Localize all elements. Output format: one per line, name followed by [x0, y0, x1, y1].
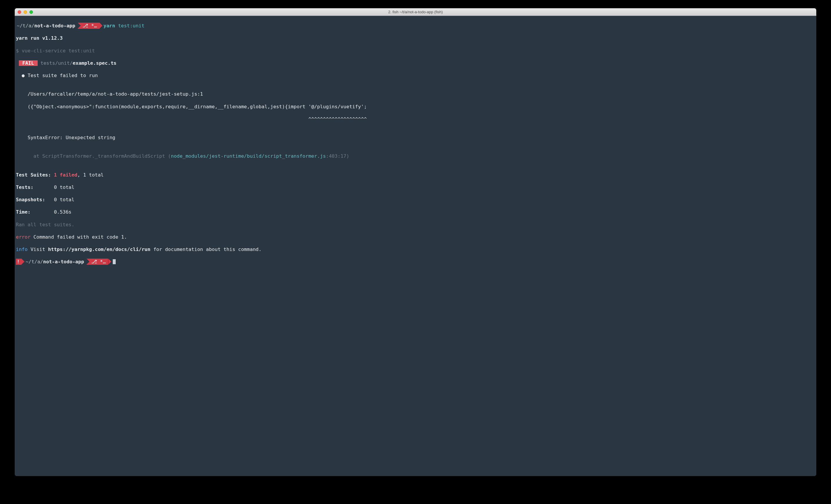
- prompt-path-segment: ~/t/a/not-a-todo-app: [22, 259, 87, 265]
- git-branch-icon: ⎇ *…: [91, 259, 106, 265]
- suites-fail: 1 failed: [54, 172, 77, 178]
- suites-rest: , 1 total: [78, 172, 104, 178]
- command-bin: yarn: [104, 23, 115, 29]
- prompt-line-1: ~/t/a/not-a-todo-app⎇ *… yarn test:unit: [16, 23, 815, 29]
- prompt-path-tail: not-a-todo-app: [43, 259, 84, 265]
- prompt-path-segment: ~/t/a/not-a-todo-app: [16, 23, 78, 29]
- info-label: info: [16, 246, 28, 252]
- window-title: 2. fish ~/t/a/not-a-todo-app (fish): [15, 10, 816, 14]
- error-msg: Command failed with exit code 1.: [31, 234, 127, 240]
- traffic-lights: [18, 10, 33, 14]
- fail-line: FAIL tests/unit/example.spec.ts: [16, 60, 815, 66]
- bang-icon: !: [17, 259, 20, 265]
- suites-label: Test Suites:: [16, 172, 54, 178]
- cursor: [113, 259, 116, 264]
- prompt-git-segment: ⎇ *…: [87, 259, 108, 265]
- fail-file: example.spec.ts: [73, 60, 117, 66]
- error-code-line: ({"Object.<anonymous>":function(module,e…: [16, 103, 815, 110]
- prompt-path-head: ~/t/a/: [17, 23, 34, 29]
- tests-val: 0 total: [54, 184, 75, 190]
- time-label: Time:: [16, 209, 54, 215]
- snap-val: 0 total: [54, 197, 75, 202]
- close-icon[interactable]: [18, 10, 21, 14]
- syntax-error-line: SyntaxError: Unexpected string: [16, 135, 815, 141]
- suite-failed-line: ● Test suite failed to run: [16, 72, 815, 79]
- at-loc: :403:17): [326, 153, 349, 159]
- info-line: info Visit https://yarnpkg.com/en/docs/c…: [16, 246, 815, 253]
- terminal-window: 2. fish ~/t/a/not-a-todo-app (fish) ~/t/…: [15, 8, 816, 476]
- at-file: node_modules/jest-runtime/build/script_t…: [171, 153, 326, 159]
- prompt: !~/t/a/not-a-todo-app⎇ *…: [16, 259, 118, 265]
- prompt: ~/t/a/not-a-todo-app⎇ *… yarn test:unit: [16, 23, 147, 29]
- at-prefix: at ScriptTransformer._transformAndBuildS…: [16, 153, 171, 159]
- error-caret-line: ^^^^^^^^^^^^^^^^^^^^: [16, 116, 815, 122]
- error-label: error: [16, 234, 31, 240]
- info-post: for documentation about this command.: [150, 246, 262, 252]
- dollar-cmd-line: $ vue-cli-service test:unit: [16, 48, 815, 54]
- snap-label: Snapshots:: [16, 197, 54, 202]
- prompt-git-segment: ⎇ *…: [78, 23, 99, 29]
- prompt-line-2: !~/t/a/not-a-todo-app⎇ *…: [16, 259, 815, 265]
- summary-time: Time: 0.536s: [16, 209, 815, 215]
- fail-dir: tests/unit/: [40, 60, 73, 66]
- summary-snapshots: Snapshots: 0 total: [16, 197, 815, 203]
- time-val: 0.536s: [54, 209, 71, 215]
- fail-badge: FAIL: [19, 60, 38, 66]
- error-line: error Command failed with exit code 1.: [16, 234, 815, 240]
- minimize-icon[interactable]: [24, 10, 27, 14]
- info-pre: Visit: [28, 246, 48, 252]
- prompt-path-head: ~/t/a/: [26, 259, 43, 265]
- error-path-line: /Users/farcaller/temp/a/not-a-todo-app/t…: [16, 91, 815, 97]
- terminal-body[interactable]: ~/t/a/not-a-todo-app⎇ *… yarn test:unit …: [15, 16, 816, 476]
- prompt-end: yarn test:unit: [99, 23, 147, 29]
- zoom-icon[interactable]: [29, 10, 33, 14]
- summary-tests: Tests: 0 total: [16, 184, 815, 190]
- stack-at-line: at ScriptTransformer._transformAndBuildS…: [16, 153, 815, 159]
- tests-label: Tests:: [16, 184, 54, 190]
- yarn-run-line: yarn run v1.12.3: [16, 35, 815, 41]
- summary-suites: Test Suites: 1 failed, 1 total: [16, 172, 815, 178]
- ran-line: Ran all test suites.: [16, 221, 815, 228]
- prompt-error-segment: !: [16, 259, 22, 265]
- command-arg: test:unit: [115, 23, 144, 29]
- titlebar: 2. fish ~/t/a/not-a-todo-app (fish): [15, 8, 816, 16]
- git-branch-icon: ⎇ *…: [82, 23, 97, 29]
- info-url: https://yarnpkg.com/en/docs/cli/run: [48, 246, 150, 252]
- prompt-path-tail: not-a-todo-app: [34, 23, 75, 29]
